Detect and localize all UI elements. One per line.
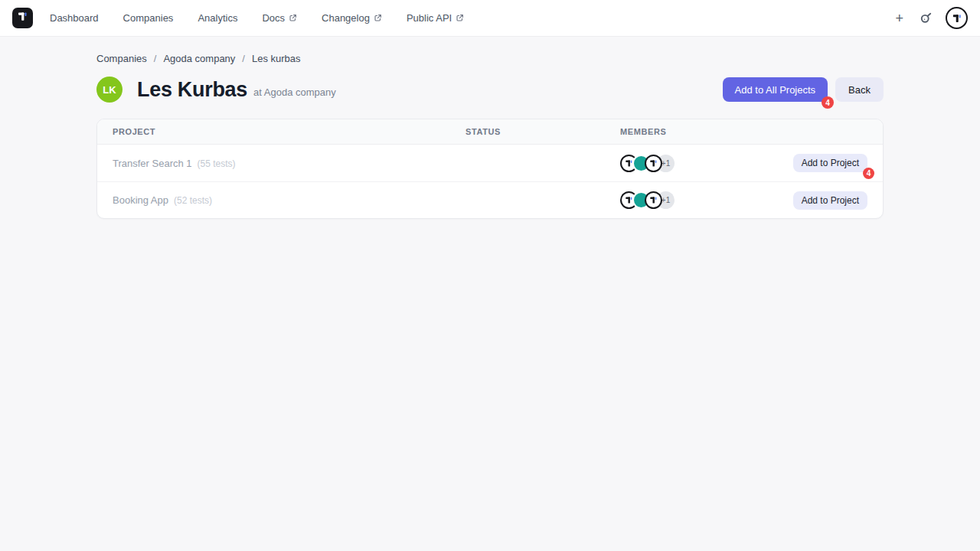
- breadcrumb-separator: /: [154, 53, 157, 64]
- page-content: Companies / Agoda company / Les kurbas L…: [96, 53, 884, 219]
- add-to-project-label: Add to Project: [802, 195, 859, 206]
- external-link-icon: [374, 14, 382, 22]
- member-avatar-icon: [645, 155, 662, 172]
- nav-item-changelog[interactable]: Changelog: [322, 12, 382, 24]
- top-navigation: Dashboard Companies Analytics Docs Chang…: [0, 0, 980, 37]
- notification-badge: 4: [863, 168, 874, 179]
- search-icon[interactable]: [920, 11, 933, 24]
- nav-item-docs[interactable]: Docs: [262, 12, 297, 24]
- project-name: Booking App: [113, 194, 168, 206]
- add-to-project-button[interactable]: Add to Project: [793, 191, 867, 210]
- nav-item-label: Public API: [407, 12, 452, 24]
- nav-item-label: Changelog: [322, 12, 370, 24]
- nav-links: Dashboard Companies Analytics Docs Chang…: [50, 12, 464, 24]
- nav-item-label: Companies: [123, 12, 174, 24]
- page-header: LK Les Kurbas at Agoda company Add to Al…: [96, 77, 884, 103]
- notification-badge: 4: [822, 96, 834, 109]
- action-cell: Add to Project: [793, 191, 867, 210]
- project-name: Transfer Search 1: [113, 158, 192, 169]
- page-subtitle: at Agoda company: [253, 86, 336, 98]
- nav-item-public-api[interactable]: Public API: [407, 12, 464, 24]
- nav-item-dashboard[interactable]: Dashboard: [50, 12, 99, 24]
- breadcrumb: Companies / Agoda company / Les kurbas: [96, 53, 884, 64]
- action-cell: Add to Project 4: [793, 154, 867, 172]
- table-header: Project Status Members: [97, 119, 883, 145]
- table-row: Booking App (52 tests) +1 Add to Project: [97, 181, 883, 218]
- page-title: Les Kurbas: [137, 78, 247, 102]
- nav-item-analytics[interactable]: Analytics: [198, 12, 237, 24]
- breadcrumb-companies[interactable]: Companies: [96, 53, 147, 64]
- breadcrumb-current: Les kurbas: [252, 53, 301, 64]
- members-cell: +1: [620, 155, 793, 172]
- external-link-icon: [289, 14, 297, 22]
- nav-item-label: Docs: [262, 12, 285, 24]
- add-to-all-projects-label: Add to All Projects: [735, 84, 816, 96]
- app-logo-icon: [16, 10, 29, 26]
- add-to-project-label: Add to Project: [802, 158, 859, 168]
- members-cell: +1: [620, 191, 793, 209]
- external-link-icon: [456, 14, 464, 22]
- user-avatar-logo-icon: [951, 12, 963, 24]
- nav-item-label: Analytics: [198, 12, 237, 24]
- nav-item-companies[interactable]: Companies: [123, 12, 174, 24]
- add-to-project-button[interactable]: Add to Project 4: [793, 154, 867, 172]
- person-avatar: LK: [96, 77, 122, 103]
- header-actions: Add to All Projects 4 Back: [723, 77, 884, 102]
- member-avatar-icon: [645, 191, 662, 209]
- add-button[interactable]: +: [892, 10, 906, 27]
- project-test-count: (55 tests): [198, 158, 236, 169]
- back-button[interactable]: Back: [835, 77, 884, 102]
- nav-right-actions: +: [892, 7, 968, 29]
- project-cell: Booking App (52 tests): [113, 194, 466, 206]
- column-project: Project: [113, 127, 466, 136]
- project-test-count: (52 tests): [174, 195, 212, 206]
- breadcrumb-company[interactable]: Agoda company: [163, 53, 235, 64]
- project-cell: Transfer Search 1 (55 tests): [113, 158, 466, 169]
- projects-table: Project Status Members Transfer Search 1…: [96, 119, 884, 219]
- add-to-all-projects-button[interactable]: Add to All Projects 4: [723, 77, 828, 102]
- nav-item-label: Dashboard: [50, 12, 99, 24]
- breadcrumb-separator: /: [242, 53, 245, 64]
- column-status: Status: [466, 127, 620, 136]
- table-row: Transfer Search 1 (55 tests) +1 Add to P…: [97, 145, 883, 181]
- user-avatar[interactable]: [946, 7, 968, 29]
- column-members: Members: [620, 127, 867, 136]
- app-logo[interactable]: [12, 8, 33, 28]
